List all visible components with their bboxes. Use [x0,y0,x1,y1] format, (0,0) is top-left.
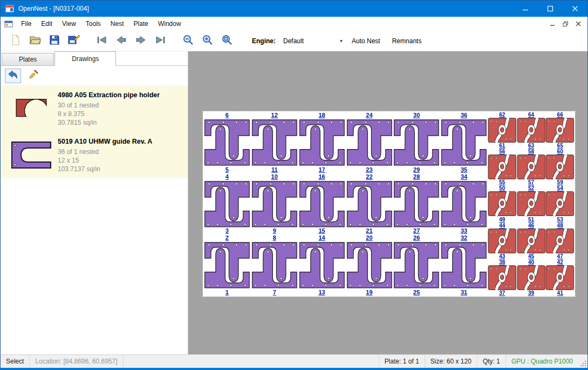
drawing-nested-count: 36 of 1 nested [58,147,183,156]
red-part-pair[interactable]: 50 49 [488,185,517,222]
purple-part-pair[interactable]: 10 9 [251,173,298,235]
purple-part-pair[interactable]: 6 5 [203,112,251,173]
purple-part-pair[interactable]: 12 11 [251,112,298,173]
tab-plates[interactable]: Plates [2,53,54,65]
last-plate-button[interactable] [151,32,170,50]
drawing-info: 4980 A05 Extraction pipe holder 30 of 1 … [58,91,183,127]
part-number: 40 [517,259,546,265]
purple-part-pair[interactable]: 30 29 [393,112,440,173]
drawing-item-uhmw-guide[interactable]: 5019 A10 UHMW guide Rev. A 36 of 1 neste… [1,132,188,178]
red-part-pair[interactable]: 42 41 [545,259,575,296]
red-part-pair[interactable]: 62 61 [488,112,517,149]
purple-part-pair[interactable]: 8 7 [251,234,298,296]
red-part-pair[interactable]: 46 45 [517,223,546,259]
red-part-pair[interactable]: 58 57 [517,149,546,185]
status-qty: Qty: 1 [477,355,505,368]
part-number: 34 [440,173,488,180]
part-shape [517,228,546,253]
first-plate-button[interactable] [92,32,112,50]
part-shape [517,191,546,216]
nest-canvas[interactable]: 6 512 1118 1724 2330 2936 354 [188,51,587,354]
clean-button[interactable] [25,69,42,83]
new-button[interactable] [6,32,25,50]
menu-tools[interactable]: Tools [81,17,106,31]
purple-part-pair[interactable]: 32 31 [440,234,488,296]
menu-edit[interactable]: Edit [36,17,57,31]
mdi-document-icon[interactable] [4,20,13,28]
zoom-out-button[interactable] [179,32,198,50]
zoom-in-button[interactable] [198,32,217,50]
minimize-button[interactable] [513,1,538,17]
resize-grip[interactable] [578,355,587,368]
save-button[interactable] [45,32,64,50]
part-number: 44 [488,223,517,228]
purple-part-pair[interactable]: 22 21 [346,173,393,235]
purple-part-pair[interactable]: 34 33 [440,173,488,235]
red-part-pair[interactable]: 40 39 [517,259,546,296]
purple-part-pair[interactable]: 24 23 [346,112,393,173]
close-button[interactable] [563,1,587,17]
zoom-fit-button[interactable] [217,32,237,50]
red-part-pair[interactable]: 44 43 [488,223,517,259]
menu-file[interactable]: File [16,17,36,31]
part-number: 60 [545,149,575,154]
red-part-pair[interactable]: 60 59 [545,149,575,185]
purple-part-pair[interactable]: 26 25 [393,234,440,296]
status-mode: Select [1,355,30,368]
part-number: 21 [346,227,393,234]
purple-part-pair[interactable]: 4 3 [203,173,251,235]
purple-part-pair[interactable]: 28 27 [393,173,440,235]
purple-part-pair[interactable]: 14 13 [298,234,346,296]
purple-part-pair[interactable]: 18 17 [298,112,346,173]
purple-part-pair[interactable]: 16 15 [298,173,346,235]
maximize-button[interactable] [538,1,563,17]
part-number: 1 [203,289,251,296]
purple-part-pair[interactable]: 36 35 [440,112,488,173]
part-number: 43 [488,253,517,259]
previous-plate-button[interactable] [112,32,131,50]
part-shape [440,119,488,166]
part-number: 59 [545,179,575,185]
part-number: 36 [440,112,488,119]
part-shape [298,180,346,228]
mdi-restore-button[interactable] [559,19,572,29]
next-plate-button[interactable] [131,32,151,50]
menu-window[interactable]: Window [153,17,186,31]
part-number: 25 [393,289,440,296]
plate[interactable]: 6 512 1118 1724 2330 2936 354 [203,111,575,297]
part-number: 19 [346,289,393,296]
part-number: 42 [545,259,575,265]
mdi-close-button[interactable] [572,19,585,29]
auto-nest-button[interactable]: Auto Nest [346,33,386,49]
red-part-pair[interactable]: 56 55 [488,149,517,185]
menu-view[interactable]: View [57,17,81,31]
drawing-area: 30.7815 sq/in [58,118,183,127]
tab-drawings[interactable]: Drawings [54,51,116,66]
mdi-minimize-button[interactable] [546,19,559,29]
open-button[interactable] [25,32,45,50]
part-number: 14 [298,234,346,241]
purple-part-pair[interactable]: 20 19 [346,234,393,296]
part-number: 38 [488,259,517,265]
remnants-button[interactable]: Remnants [386,33,428,49]
part-number: 46 [517,223,546,228]
red-part-pair[interactable]: 52 51 [517,185,546,222]
red-part-pair[interactable]: 64 63 [517,112,546,149]
menu-plate[interactable]: Plate [129,17,153,31]
save-as-button[interactable] [64,32,84,50]
purple-part-pair[interactable]: 2 1 [203,234,251,296]
drawing-item-extraction-pipe-holder[interactable]: 4980 A05 Extraction pipe holder 30 of 1 … [1,85,188,132]
drawing-nested-count: 30 of 1 nested [58,101,183,110]
menu-nest[interactable]: Nest [106,17,129,31]
part-number: 7 [251,289,298,296]
return-parts-button[interactable] [5,69,21,83]
red-part-pair[interactable]: 48 47 [545,223,575,259]
part-number: 31 [440,289,488,296]
part-number: 17 [298,166,346,173]
red-part-pair[interactable]: 54 53 [545,185,575,222]
red-part-pair[interactable]: 66 65 [545,112,575,149]
part-number: 9 [251,227,298,234]
part-shape [488,228,517,253]
red-part-pair[interactable]: 38 37 [488,259,517,296]
engine-select[interactable]: Default ▾ [280,35,346,48]
